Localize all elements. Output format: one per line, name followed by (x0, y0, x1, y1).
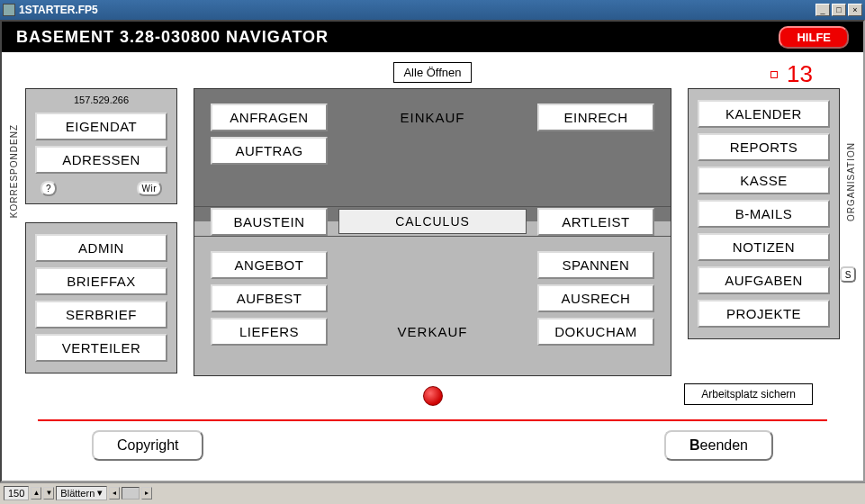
center-verkauf: ANGEBOT SPANNEN AUFBEST AUSRECH LIEFERS … (194, 237, 671, 375)
ausrech-button[interactable]: AUSRECH (537, 284, 654, 312)
center-einkauf: ANFRAGEN EINKAUF EINRECH AUFTRAG (194, 89, 671, 206)
left-panel: KORRESPONDENZ 157.529.266 EIGENDAT ADRES… (11, 88, 177, 376)
content-area: Alle Öffnen 13 KORRESPONDENZ 157.529.266… (2, 52, 863, 484)
aufgaben-button[interactable]: AUFGABEN (698, 266, 830, 294)
auftrag-button[interactable]: AUFTRAG (211, 137, 328, 165)
angebot-button[interactable]: ANGEBOT (211, 251, 328, 279)
eigendat-button[interactable]: EIGENDAT (35, 112, 167, 140)
serbrief-button[interactable]: SERBRIEF (35, 301, 167, 328)
indicator-square-icon (770, 71, 778, 78)
artleist-button[interactable]: ARTLEIST (537, 208, 654, 236)
minimize-button[interactable]: _ (815, 4, 830, 16)
scroll-left-icon[interactable]: ◂ (109, 487, 120, 500)
app-body: BASEMENT 3.28-030800 NAVIGATOR HILFE All… (0, 20, 865, 482)
right-panel: ORGANISATION KALENDER REPORTS KASSE B-MA… (688, 88, 854, 376)
record-id: 157.529.266 (35, 94, 167, 107)
verteiler-button[interactable]: VERTEILER (35, 334, 167, 362)
baustein-button[interactable]: BAUSTEIN (211, 208, 328, 236)
scroll-right-icon[interactable]: ▸ (141, 487, 152, 500)
left-section-label: KORRESPONDENZ (9, 124, 19, 218)
einkauf-label: EINKAUF (338, 110, 527, 125)
right-section-label: ORGANISATION (846, 142, 856, 221)
liefers-button[interactable]: LIEFERS (211, 318, 328, 346)
footer-buttons: Copyright Beenden (11, 421, 854, 461)
left-group-2: ADMIN BRIEFFAX SERBRIEF VERTEILER (25, 222, 177, 374)
below-panels: Arbeitsplatz sichern (11, 376, 854, 416)
app-header: BASEMENT 3.28-030800 NAVIGATOR HILFE (2, 22, 863, 52)
spannen-button[interactable]: SPANNEN (537, 251, 654, 279)
top-row: Alle Öffnen 13 (11, 58, 854, 86)
right-group: KALENDER REPORTS KASSE B-MAILS NOTIZEN A… (688, 88, 840, 339)
reports-button[interactable]: REPORTS (698, 133, 830, 161)
adressen-button[interactable]: ADRESSEN (35, 146, 167, 174)
record-indicator-icon[interactable] (423, 386, 443, 406)
beenden-button[interactable]: Beenden (664, 430, 773, 461)
bmails-button[interactable]: B-MAILS (698, 200, 830, 228)
kasse-button[interactable]: KASSE (698, 166, 830, 194)
help-mini-button[interactable]: ? (41, 181, 57, 196)
app-icon (3, 4, 15, 16)
close-button[interactable]: × (848, 4, 862, 16)
panels-row: KORRESPONDENZ 157.529.266 EIGENDAT ADRES… (11, 88, 854, 376)
einrech-button[interactable]: EINRECH (537, 104, 654, 131)
help-button[interactable]: HILFE (779, 26, 849, 49)
copyright-button[interactable]: Copyright (92, 430, 203, 461)
open-all-button[interactable]: Alle Öffnen (393, 62, 471, 83)
mode-label[interactable]: Blättern ▾ (56, 486, 107, 500)
zoom-level[interactable]: 150 (4, 486, 29, 500)
record-count: 13 (787, 60, 813, 88)
notizen-button[interactable]: NOTIZEN (698, 233, 830, 261)
kalender-button[interactable]: KALENDER (698, 100, 830, 128)
window-title: 1STARTER.FP5 (19, 4, 815, 16)
app-title: BASEMENT 3.28-030800 NAVIGATOR (16, 28, 779, 47)
hscroll-track[interactable] (122, 487, 140, 500)
zoom-up-icon[interactable]: ▲ (31, 487, 41, 500)
anfragen-button[interactable]: ANFRAGEN (211, 104, 328, 131)
aufbest-button[interactable]: AUFBEST (211, 284, 328, 312)
brieffax-button[interactable]: BRIEFFAX (35, 267, 167, 295)
verkauf-label: VERKAUF (338, 324, 527, 339)
wir-button[interactable]: Wir (137, 181, 163, 196)
calculus-button[interactable]: CALCULUS (338, 209, 527, 234)
admin-button[interactable]: ADMIN (35, 234, 167, 262)
status-bar: 150 ▲ ▼ Blättern ▾ ◂ ▸ (0, 482, 865, 502)
center-panel: ANFRAGEN EINKAUF EINRECH AUFTRAG BAUSTEI… (194, 88, 671, 376)
left-group-1: 157.529.266 EIGENDAT ADRESSEN ? Wir (25, 88, 177, 204)
center-calculus-row: BAUSTEIN CALCULUS ARTLEIST (194, 206, 671, 237)
zoom-down-icon[interactable]: ▼ (43, 487, 54, 500)
s-button[interactable]: S (840, 266, 856, 283)
window-titlebar: 1STARTER.FP5 _ □ × (0, 0, 865, 20)
projekte-button[interactable]: PROJEKTE (698, 300, 830, 328)
maximize-button[interactable]: □ (832, 4, 846, 16)
save-workspace-button[interactable]: Arbeitsplatz sichern (684, 383, 813, 405)
dokucham-button[interactable]: DOKUCHAM (537, 318, 654, 346)
